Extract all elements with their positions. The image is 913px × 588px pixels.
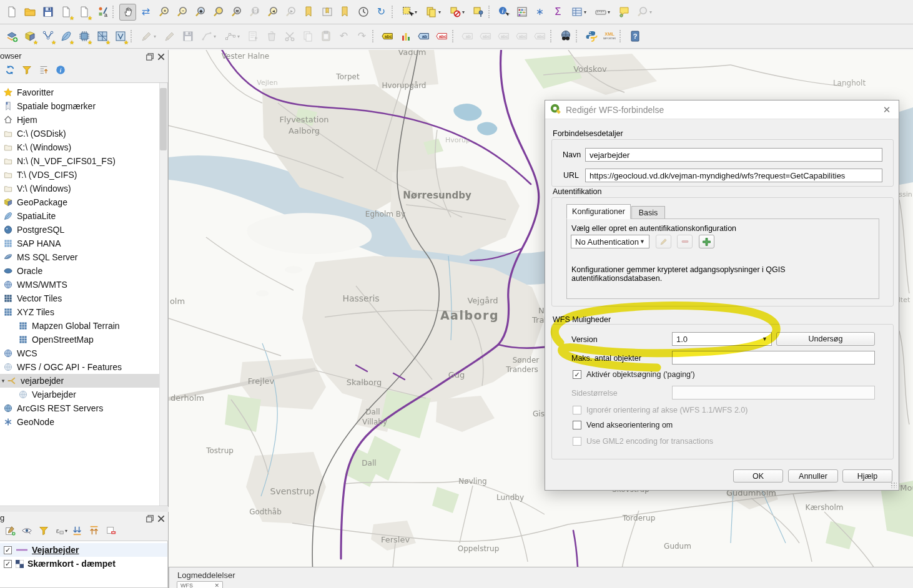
- bookmark-show-icon[interactable]: [318, 4, 335, 21]
- new-shapefile-layer-icon[interactable]: ★: [39, 28, 56, 45]
- deselect-icon[interactable]: ▾: [446, 4, 468, 21]
- zoom-in-icon[interactable]: +: [155, 4, 172, 21]
- dialog-close-icon[interactable]: ✕: [880, 103, 894, 117]
- invert-axis-checkbox[interactable]: Vend akseorientering om: [573, 421, 673, 429]
- new-virtual-raster-icon[interactable]: ★: [76, 28, 92, 45]
- browser-item-xyz-tiles[interactable]: XYZ Tiles: [0, 305, 167, 319]
- browser-item-ms-sql-server[interactable]: MS SQL Server: [0, 250, 167, 264]
- layout-new-icon[interactable]: ★: [57, 4, 74, 21]
- expression-filter-icon[interactable]: ε▾: [53, 523, 68, 538]
- browser-item-openstreetmap[interactable]: OpenStreetMap: [0, 333, 167, 346]
- browser-item-geonode[interactable]: GeoNode: [0, 415, 167, 429]
- zoom-last-icon[interactable]: ◂: [264, 4, 281, 21]
- browser-item-wcs[interactable]: WCS: [0, 346, 167, 360]
- paging-checkbox[interactable]: ✓ Aktivér objektsøgning ('paging'): [573, 370, 695, 379]
- python-console-icon[interactable]: [583, 28, 600, 45]
- processing-toolbox-icon[interactable]: ∗: [531, 4, 548, 21]
- browser-item-n-n-vdf-cifs01-fs[interactable]: N:\ (N_VDF_CIFS01_FS): [0, 154, 167, 168]
- manage-map-themes-icon[interactable]: [19, 523, 34, 538]
- browser-item-spatiale-bogm-rker[interactable]: Spatiale bogmærker: [0, 99, 167, 113]
- layer-diagram-icon[interactable]: [397, 28, 414, 45]
- sum-features-icon[interactable]: Σ: [550, 4, 566, 21]
- layers-float-icon[interactable]: [146, 514, 154, 523]
- identify-features-icon[interactable]: i: [495, 4, 512, 21]
- browser-item-k-windows[interactable]: K:\ (Windows): [0, 140, 167, 154]
- log-tab-wfs[interactable]: WFS ✕: [177, 581, 223, 588]
- tab-konfigurationer[interactable]: Konfigurationer: [566, 204, 631, 219]
- layer-item-sk-rmkort-d-mpet[interactable]: ✓Skærmkort - dæmpet: [0, 557, 167, 571]
- zoom-out-icon[interactable]: −: [174, 4, 190, 21]
- expander-icon[interactable]: ▾: [0, 378, 6, 384]
- max-features-field[interactable]: [672, 351, 875, 365]
- browser-item-vejarbejder[interactable]: Vejarbejder: [0, 388, 167, 401]
- browser-item-sap-hana[interactable]: SAP HANA: [0, 237, 167, 250]
- help-icon[interactable]: ?: [626, 28, 643, 45]
- browser-item-arcgis-rest-servers[interactable]: ArcGIS REST Servers: [0, 401, 167, 415]
- refresh-icon[interactable]: [2, 62, 17, 77]
- browser-item-favoritter[interactable]: Favoritter: [0, 86, 167, 99]
- browser-item-spatialite[interactable]: SpatiaLite: [0, 209, 167, 223]
- xml-importer-icon[interactable]: XMLIMPORTER: [601, 28, 618, 45]
- version-dropdown[interactable]: 1.0▼: [672, 332, 772, 346]
- browser-item-v-windows[interactable]: V:\ (Windows): [0, 182, 167, 195]
- name-field[interactable]: [585, 148, 882, 162]
- log-tab-close-icon[interactable]: ✕: [214, 582, 219, 588]
- browser-item-hjem[interactable]: Hjem: [0, 113, 167, 127]
- auth-add-icon[interactable]: [699, 235, 714, 248]
- auth-config-dropdown[interactable]: No Authentication▼: [571, 235, 649, 248]
- project-open-icon[interactable]: [21, 4, 38, 21]
- filter-browser-icon[interactable]: [19, 62, 34, 77]
- remove-layer-icon[interactable]: [104, 523, 119, 538]
- dialog-resize-grip[interactable]: [891, 482, 897, 488]
- layer-item-vejarbejder[interactable]: ✓Vejarbejder: [0, 543, 167, 557]
- zoom-full-icon[interactable]: ◈: [192, 4, 209, 21]
- collapse-all-icon[interactable]: [87, 523, 102, 538]
- project-save-icon[interactable]: [39, 4, 56, 21]
- pan-to-selection-icon[interactable]: ⇄: [137, 4, 154, 21]
- new-geopackage-layer-icon[interactable]: ★: [21, 28, 38, 45]
- statistics-icon[interactable]: [513, 4, 530, 21]
- style-manager-icon[interactable]: a: [94, 4, 111, 21]
- browser-item-vejarbejder[interactable]: ▾vejarbejder: [0, 374, 167, 388]
- filter-legend-icon[interactable]: [36, 523, 51, 538]
- osm-place-search-icon[interactable]: [557, 28, 574, 45]
- browser-item-vector-tiles[interactable]: Vector Tiles: [0, 292, 167, 305]
- select-by-form-icon[interactable]: ▾: [422, 4, 445, 21]
- ok-button[interactable]: OK: [733, 469, 783, 483]
- browser-item-postgresql[interactable]: PostgreSQL: [0, 223, 167, 237]
- layer-visibility-checkbox[interactable]: ✓: [4, 546, 12, 554]
- bookmark-new-icon[interactable]: [300, 4, 317, 21]
- browser-item-wms-wmts[interactable]: WMS/WMTS: [0, 278, 167, 292]
- browser-scrollbar[interactable]: [159, 83, 167, 506]
- browser-item-c-osdisk[interactable]: C:\ (OSDisk): [0, 127, 167, 140]
- layers-close-icon[interactable]: [157, 514, 165, 523]
- project-new-icon[interactable]: [3, 4, 20, 21]
- zoom-to-selection-icon[interactable]: [210, 4, 227, 21]
- tab-basis[interactable]: Basis: [631, 206, 665, 219]
- collapse-all-icon[interactable]: [36, 62, 51, 77]
- examine-button[interactable]: Undersøg: [776, 332, 875, 346]
- temporal-controller-icon[interactable]: [355, 4, 372, 21]
- select-by-location-icon[interactable]: [470, 4, 486, 21]
- url-field[interactable]: [585, 169, 882, 182]
- new-mesh-layer-icon[interactable]: ★: [94, 28, 111, 45]
- layer-labeling-icon[interactable]: abc: [379, 28, 396, 45]
- pan-map-icon[interactable]: [119, 4, 136, 21]
- label-pin-blue-icon[interactable]: ab: [415, 28, 432, 45]
- layer-visibility-checkbox[interactable]: ✓: [4, 560, 12, 568]
- new-spatialite-layer-icon[interactable]: ★: [57, 28, 74, 45]
- map-refresh-icon[interactable]: ↻: [373, 4, 390, 21]
- dialog-titlebar[interactable]: Redigér WFS-forbindelse ✕: [545, 100, 899, 119]
- browser-item-geopackage[interactable]: GeoPackage: [0, 195, 167, 209]
- new-virtual-layer-icon[interactable]: ★: [112, 28, 129, 45]
- bookmark-edit-icon[interactable]: [337, 4, 353, 21]
- browser-item-oracle[interactable]: Oracle: [0, 264, 167, 278]
- cancel-button[interactable]: Annuller: [788, 469, 838, 483]
- data-source-manager-icon[interactable]: [3, 28, 20, 45]
- layout-manager-icon[interactable]: ★: [76, 4, 92, 21]
- browser-item-mapzen-global-terrain[interactable]: Mapzen Global Terrain: [0, 319, 167, 333]
- measure-icon[interactable]: ▾: [591, 4, 614, 21]
- browser-float-icon[interactable]: [146, 52, 154, 61]
- browser-item-t-vds-cifs[interactable]: T:\ (VDS_CIFS): [0, 168, 167, 182]
- select-features-icon[interactable]: ▾: [398, 4, 421, 21]
